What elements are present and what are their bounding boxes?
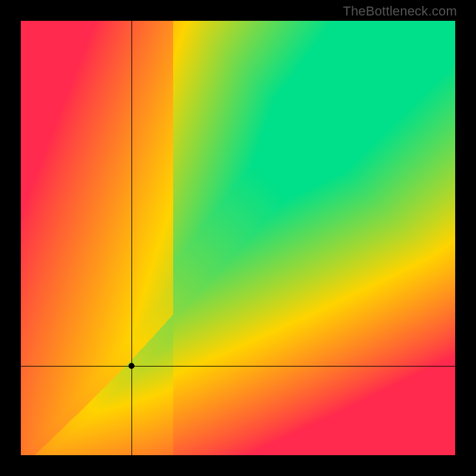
heatmap-plot <box>21 21 455 455</box>
crosshair-horizontal <box>21 366 455 367</box>
heatmap-canvas <box>21 21 455 455</box>
crosshair-vertical <box>131 21 132 455</box>
watermark-text: TheBottleneck.com <box>343 4 457 19</box>
chart-frame: TheBottleneck.com <box>0 0 476 476</box>
